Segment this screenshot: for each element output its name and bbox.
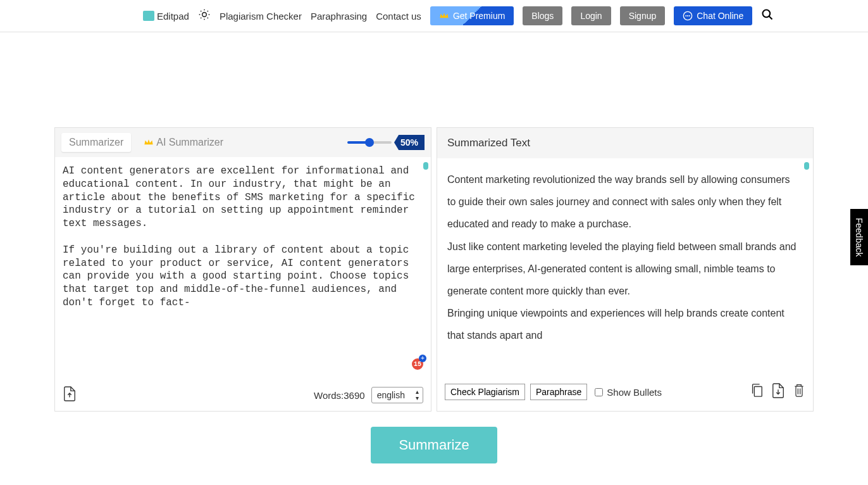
svg-line-3 (201, 11, 201, 11)
nav-paraphrasing[interactable]: Paraphrasing (311, 11, 367, 22)
scrollbar-thumb[interactable] (804, 162, 809, 170)
tab-ai-summarizer[interactable]: AI Summarizer (136, 133, 231, 152)
input-bottom-bar: Words:3690 english ▴▾ (55, 379, 431, 411)
grammarly-plus-icon[interactable]: + (419, 355, 426, 362)
chat-icon (683, 11, 693, 21)
paraphrase-button[interactable]: Paraphrase (530, 384, 587, 400)
svg-point-0 (202, 13, 207, 17)
scrollbar-thumb[interactable] (423, 162, 428, 170)
svg-line-4 (208, 18, 208, 18)
svg-point-10 (686, 15, 687, 16)
output-title: Summarized Text (437, 128, 813, 158)
crown-icon (144, 139, 154, 146)
upload-file-icon[interactable] (63, 386, 77, 405)
show-bullets-toggle[interactable]: Show Bullets (595, 387, 662, 398)
get-premium-button[interactable]: Get Premium (430, 6, 514, 25)
svg-rect-15 (754, 387, 762, 397)
output-textarea[interactable]: Content marketing revolutionized the way… (437, 158, 813, 376)
copy-icon[interactable] (750, 382, 764, 401)
delete-icon[interactable] (793, 382, 805, 401)
output-bottom-bar: Check Plagiarism Paraphrase Show Bullets (437, 376, 813, 408)
slider-value: 50% (394, 135, 425, 150)
theme-toggle-icon[interactable] (198, 8, 211, 23)
language-select[interactable]: english ▴▾ (371, 387, 423, 403)
editpad-icon (143, 11, 154, 21)
word-count: Words:3690 (314, 390, 365, 401)
brand-name: Editpad (157, 11, 189, 22)
nav-contact-us[interactable]: Contact us (376, 11, 421, 22)
summarize-button[interactable]: Summarize (371, 427, 497, 463)
tabs-header: Summarizer AI Summarizer 50% (55, 128, 431, 157)
crown-icon (439, 12, 449, 20)
input-textarea[interactable]: AI content generators are excellent for … (55, 157, 431, 379)
svg-line-8 (208, 11, 208, 11)
tab-summarizer[interactable]: Summarizer (61, 133, 131, 152)
svg-line-7 (201, 18, 201, 18)
svg-point-12 (689, 15, 690, 16)
login-button[interactable]: Login (571, 6, 611, 25)
check-plagiarism-button[interactable]: Check Plagiarism (445, 384, 525, 400)
feedback-tab[interactable]: Feedback (850, 209, 868, 265)
search-icon[interactable] (761, 8, 774, 23)
blogs-button[interactable]: Blogs (523, 6, 562, 25)
input-panel: Summarizer AI Summarizer 50% AI content … (54, 127, 431, 412)
show-bullets-checkbox[interactable] (595, 388, 603, 396)
output-panel: Summarized Text Content marketing revolu… (437, 127, 814, 412)
download-icon[interactable] (771, 382, 785, 401)
signup-button[interactable]: Signup (620, 6, 666, 25)
svg-point-13 (763, 10, 771, 18)
svg-point-11 (687, 15, 688, 16)
chat-online-button[interactable]: Chat Online (674, 6, 752, 25)
brand-logo[interactable]: Editpad (143, 11, 189, 22)
length-slider[interactable] (347, 141, 392, 144)
nav-plagiarism-checker[interactable]: Plagiarism Checker (220, 11, 302, 22)
select-arrows-icon: ▴▾ (416, 389, 419, 401)
header: Editpad Plagiarism Checker Paraphrasing … (0, 0, 868, 32)
svg-line-14 (769, 16, 772, 20)
main-content: Summarizer AI Summarizer 50% AI content … (54, 127, 814, 412)
